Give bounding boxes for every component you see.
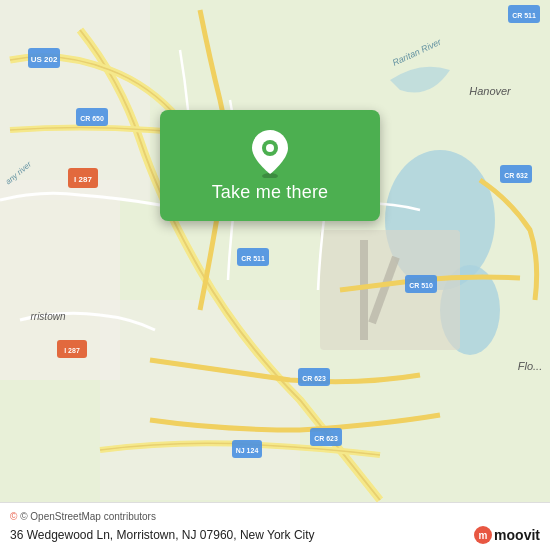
svg-text:NJ 124: NJ 124: [236, 447, 259, 454]
svg-rect-5: [100, 300, 300, 500]
take-me-there-button[interactable]: Take me there: [204, 178, 337, 207]
moovit-logo: m moovit: [474, 526, 540, 544]
svg-text:CR 511: CR 511: [512, 12, 536, 19]
osm-text: © OpenStreetMap contributors: [20, 511, 156, 522]
svg-text:US 202: US 202: [31, 55, 58, 64]
address-text: 36 Wedgewood Ln, Morristown, NJ 07960, N…: [10, 528, 466, 542]
svg-text:CR 511: CR 511: [241, 255, 265, 262]
svg-rect-7: [360, 240, 368, 340]
svg-text:CR 623: CR 623: [302, 375, 326, 382]
pin-icon: [248, 128, 292, 178]
svg-point-38: [266, 144, 274, 152]
moovit-text: moovit: [494, 527, 540, 543]
svg-text:I 287: I 287: [74, 175, 92, 184]
osm-attribution: © © OpenStreetMap contributors: [10, 511, 540, 522]
svg-text:CR 650: CR 650: [80, 115, 104, 122]
svg-text:I 287: I 287: [64, 347, 80, 354]
osm-icon: ©: [10, 511, 17, 522]
bottom-bar: © © OpenStreetMap contributors 36 Wedgew…: [0, 502, 550, 550]
svg-text:CR 632: CR 632: [504, 172, 528, 179]
svg-text:CR 623: CR 623: [314, 435, 338, 442]
svg-text:Hanover: Hanover: [469, 85, 512, 97]
svg-text:Flo...: Flo...: [518, 360, 542, 372]
map-background: US 202 I 287 CR 511 CR 511 CR 650 I 287 …: [0, 0, 550, 550]
svg-text:m: m: [479, 530, 488, 541]
map-container: US 202 I 287 CR 511 CR 511 CR 650 I 287 …: [0, 0, 550, 550]
svg-text:CR 510: CR 510: [409, 282, 433, 289]
address-line: 36 Wedgewood Ln, Morristown, NJ 07960, N…: [10, 526, 540, 544]
moovit-icon: m: [474, 526, 492, 544]
svg-text:rristown: rristown: [30, 311, 65, 322]
location-panel: Take me there: [160, 110, 380, 221]
